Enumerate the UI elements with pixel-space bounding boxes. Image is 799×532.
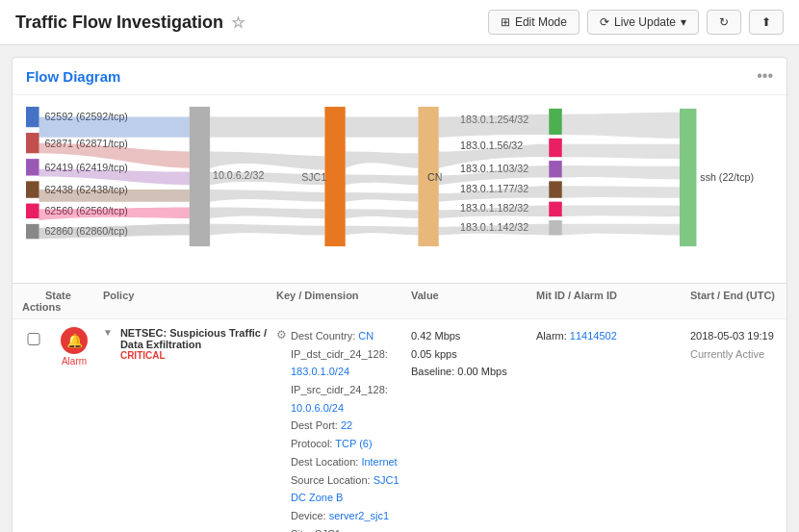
col-state-header: State	[45, 290, 103, 301]
kv-ip-dst[interactable]: 183.0.1.0/24	[291, 366, 349, 377]
flow-table: State Policy Key / Dimension Value Mit I…	[13, 283, 786, 532]
value-cell: 0.42 Mbps 0.05 kpps Baseline: 0.00 Mbps	[411, 327, 536, 381]
kv-cell: ⚙ Dest Country: CN IP_dst_cidr_24_128: 1…	[276, 327, 411, 532]
flow-diagram-title: Flow Diagram	[26, 68, 120, 85]
col-kv-header: Key / Dimension	[276, 290, 411, 301]
policy-name-text: NETSEC: Suspicious Traffic / Data Exfilt…	[120, 327, 276, 350]
state-cell: 🔔 Alarm	[45, 327, 103, 367]
kv-device[interactable]: server2_sjc1	[329, 510, 389, 521]
sankey-diagram-area: 62592 (62592/tcp) 62871 (62871/tcp) 6241…	[13, 95, 786, 283]
sankey-svg: 62592 (62592/tcp) 62871 (62871/tcp) 6241…	[26, 105, 773, 277]
bar-62860	[26, 224, 39, 239]
col-checkbox	[22, 290, 45, 301]
edit-mode-label: Edit Mode	[515, 15, 567, 29]
page-header: Traffic Flow Investigation ☆ ⊞ Edit Mode…	[0, 0, 799, 45]
col-policy-header: Policy	[103, 290, 276, 301]
bar-62560	[26, 204, 39, 218]
edit-mode-icon: ⊞	[501, 15, 510, 29]
page-title: Traffic Flow Investigation ☆	[15, 13, 245, 33]
edit-mode-button[interactable]: ⊞ Edit Mode	[488, 10, 580, 35]
live-update-icon: ⟳	[600, 15, 609, 29]
flow-panel-header: Flow Diagram •••	[13, 58, 786, 95]
refresh-icon: ↻	[719, 15, 729, 29]
bar-dest-6	[549, 220, 562, 235]
kv-lines: Dest Country: CN IP_dst_cidr_24_128: 183…	[291, 327, 411, 532]
panel-menu-button[interactable]: •••	[757, 67, 773, 85]
header-actions: ⊞ Edit Mode ⟳ Live Update ▾ ↻ ⬆	[488, 10, 784, 35]
policy-severity-badge: CRITICAL	[120, 350, 276, 361]
live-update-button[interactable]: ⟳ Live Update ▾	[587, 10, 699, 35]
col-value-header: Value	[411, 290, 536, 301]
alarm-label-text: Alarm:	[536, 330, 570, 342]
node-10062	[190, 107, 210, 246]
bar-dest-5	[549, 202, 562, 216]
kv-protocol[interactable]: TCP (6)	[335, 438, 372, 449]
main-content: Flow Diagram ••• 62592 (62592/tcp) 62871…	[0, 45, 799, 532]
col-mit-header: Mit ID / Alarm ID	[536, 290, 690, 301]
bar-dest-2	[549, 139, 562, 157]
alarm-state-label: Alarm	[62, 356, 87, 367]
table-row: 🔔 Alarm ▼ NETSEC: Suspicious Traffic / D…	[13, 319, 786, 532]
kv-ip-src[interactable]: 10.0.6.0/24	[291, 402, 344, 414]
bar-62592	[26, 107, 39, 127]
svg-text:ssh (22/tcp): ssh (22/tcp)	[700, 171, 754, 183]
kv-dest-country[interactable]: CN	[358, 330, 374, 342]
node-sjc1	[324, 107, 345, 246]
policy-cell: ▼ NETSEC: Suspicious Traffic / Data Exfi…	[103, 327, 276, 361]
bar-62438	[26, 181, 39, 197]
title-text: Traffic Flow Investigation	[15, 13, 223, 33]
kv-dest-location[interactable]: Internet	[361, 456, 397, 468]
col-time-header: Start / End (UTC)	[690, 290, 777, 301]
bar-62871	[26, 133, 39, 153]
row-checkbox[interactable]	[22, 333, 45, 345]
col-actions-header: Actions	[22, 301, 45, 313]
alarm-id-link[interactable]: 11414502	[570, 330, 617, 342]
kv-site: SJC1	[315, 528, 341, 532]
favorite-star[interactable]: ☆	[231, 13, 245, 32]
live-update-label: Live Update	[614, 15, 676, 29]
bar-ssh	[680, 109, 696, 246]
flow-diagram-panel: Flow Diagram ••• 62592 (62592/tcp) 62871…	[12, 57, 787, 532]
mit-cell: Alarm: 11414502	[536, 327, 690, 345]
bar-dest-3	[549, 161, 562, 177]
status-text: Currently Active	[690, 348, 764, 360]
export-button[interactable]: ⬆	[749, 10, 784, 35]
bar-dest-1	[549, 109, 562, 135]
time-cell: 2018-05-03 19:19 Currently Active	[690, 327, 777, 363]
kv-dest-port[interactable]: 22	[341, 419, 352, 431]
refresh-button[interactable]: ↻	[707, 10, 741, 35]
policy-expand-icon[interactable]: ▼	[103, 327, 113, 338]
kv-settings-icon: ⚙	[276, 328, 287, 342]
alarm-bell-icon: 🔔	[61, 327, 88, 354]
bar-62419	[26, 159, 39, 175]
export-icon: ⬆	[761, 15, 771, 29]
table-header: State Policy Key / Dimension Value Mit I…	[13, 284, 786, 319]
live-update-chevron-icon: ▾	[681, 15, 686, 29]
bar-dest-4	[549, 181, 562, 197]
